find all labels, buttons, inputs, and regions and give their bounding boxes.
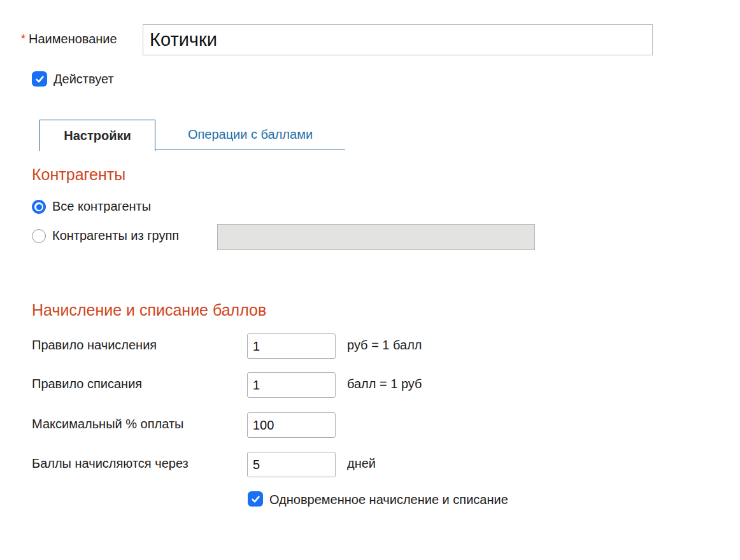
writeoff-rule-input[interactable] — [247, 372, 336, 398]
radio-counterparties-from-groups-label: Контрагенты из групп — [52, 228, 179, 243]
checkmark-icon — [250, 494, 261, 505]
simultaneous-accrual-checkbox[interactable] — [248, 491, 263, 507]
active-checkbox[interactable] — [32, 71, 47, 87]
radio-all-counterparties[interactable] — [32, 200, 46, 214]
name-field-label-text: Наименование — [29, 32, 117, 46]
radio-all-counterparties-label: Все контрагенты — [52, 199, 151, 214]
accrual-rule-label: Правило начисления — [32, 338, 157, 353]
counterparty-groups-input — [217, 224, 535, 250]
active-checkbox-label: Действует — [53, 72, 114, 87]
tab-point-operations-label: Операции с баллами — [188, 127, 313, 142]
tab-point-operations[interactable]: Операции с баллами — [155, 120, 345, 150]
tab-settings-label: Настройки — [64, 129, 131, 143]
name-input[interactable] — [143, 24, 653, 55]
counterparties-section-title: Контрагенты — [32, 165, 125, 184]
radio-dot-icon — [36, 204, 42, 210]
points-section-title: Начисление и списание баллов — [32, 301, 266, 319]
writeoff-rule-label: Правило списания — [32, 377, 142, 391]
radio-gap — [34, 202, 43, 211]
accrual-rule-input[interactable] — [247, 333, 336, 359]
name-field-label: *Наименование — [21, 32, 117, 46]
checkmark-icon — [34, 74, 45, 85]
writeoff-rule-suffix: балл = 1 руб — [347, 377, 422, 391]
accrual-delay-days-suffix: дней — [347, 456, 376, 471]
simultaneous-accrual-checkbox-label: Одновременное начисление и списание — [269, 493, 508, 507]
accrual-delay-days-input[interactable] — [247, 452, 336, 477]
accrual-rule-suffix: руб = 1 балл — [347, 338, 422, 353]
max-payment-percent-input[interactable] — [247, 412, 336, 438]
accrual-delay-days-label: Баллы начисляются через — [32, 456, 189, 471]
max-payment-percent-label: Максимальный % оплаты — [32, 417, 183, 431]
tab-settings[interactable]: Настройки — [39, 120, 155, 151]
required-marker: * — [21, 32, 25, 45]
radio-counterparties-from-groups[interactable] — [32, 229, 46, 243]
